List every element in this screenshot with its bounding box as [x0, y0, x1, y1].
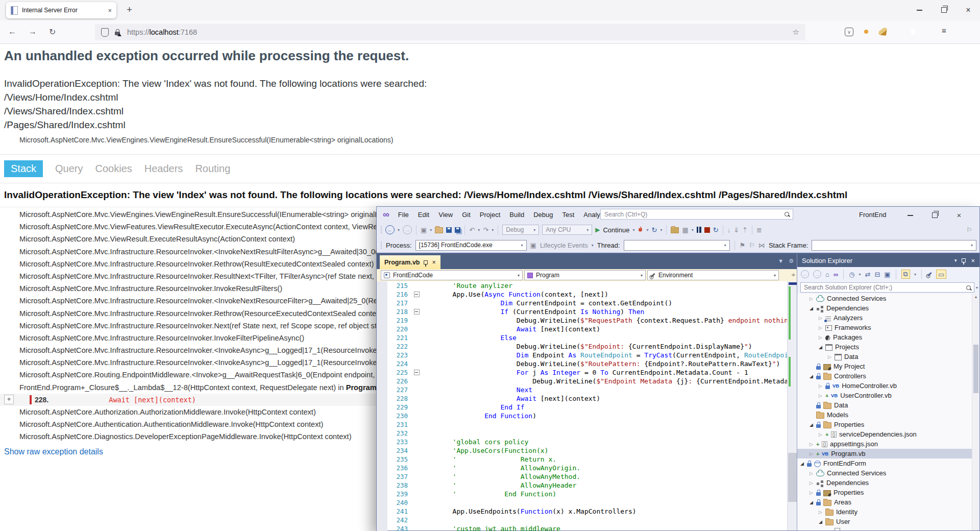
switch-views-icon[interactable]: ∞ [834, 271, 838, 278]
tab-list-dropdown-icon[interactable]: ▼ [778, 258, 783, 264]
toolbar-grip[interactable] [380, 241, 382, 249]
code-line[interactable]: 217Dim CurrentEndpoint = context.GetEndp… [377, 299, 798, 307]
tree-item-connected-services[interactable]: ▷Connected Services [797, 468, 979, 478]
tree-expander-icon[interactable]: ◢ [800, 461, 807, 466]
breakpoint-margin[interactable] [377, 299, 387, 307]
collapse-all-icon[interactable]: ⊟ [874, 271, 880, 278]
project-dropdown[interactable]: FrontEndCode▾ [381, 270, 523, 280]
code-line[interactable]: 237' AllowAnyMethod. [377, 472, 798, 481]
scroll-up-icon[interactable]: ▲ [974, 295, 978, 299]
pin-tab-icon[interactable] [424, 260, 428, 264]
navigate-forward-icon[interactable]: → [403, 225, 412, 234]
code-line[interactable]: 240 [377, 498, 798, 507]
breakpoint-margin[interactable] [377, 290, 387, 299]
breakpoint-margin[interactable] [377, 516, 387, 524]
step-into-icon[interactable]: ↓ [727, 226, 731, 234]
menu-project[interactable]: Project [475, 211, 505, 219]
tree-item-data[interactable]: ▷Data [797, 352, 979, 361]
code-line[interactable]: 231 [377, 420, 798, 429]
menu-view[interactable]: View [434, 211, 457, 219]
tree-item-packages[interactable]: ▷Packages [797, 332, 979, 342]
editor-scrollbar[interactable] [787, 281, 798, 530]
vs-maximize-button[interactable] [926, 211, 943, 219]
tree-item-frameworks[interactable]: ▷Frameworks [797, 323, 979, 332]
tree-item-controllers[interactable]: ◢Controllers [797, 371, 979, 381]
tree-item-homecontroller-vb[interactable]: ▷VBHomeController.vb [797, 381, 979, 391]
tab-routing[interactable]: Routing [195, 160, 230, 177]
class-dropdown[interactable]: Program▾ [524, 270, 646, 280]
tree-item-properties[interactable]: ▷Properties [797, 488, 979, 497]
home-icon[interactable]: ⌂ [825, 271, 829, 278]
tree-item-servicedependencies-json[interactable]: ▷+{}serviceDependencies.json [797, 429, 979, 439]
menu-file[interactable]: File [394, 211, 413, 219]
tree-item-frontendform[interactable]: ◢FrontEndForm [797, 458, 979, 468]
code-line[interactable]: 242 [377, 516, 798, 524]
breakpoint-margin[interactable] [377, 333, 387, 342]
tree-item-partial[interactable] [797, 526, 979, 530]
tree-expander-icon[interactable]: ◢ [810, 306, 816, 311]
tab-stack[interactable]: Stack [4, 160, 43, 177]
tree-expander-icon[interactable]: ◢ [819, 519, 825, 524]
vs-search-box[interactable]: Search (Ctrl+Q) [600, 209, 793, 220]
code-line[interactable]: 215'Route anylizer [377, 281, 798, 290]
close-tab-icon[interactable]: × [432, 259, 435, 266]
breakpoint-margin[interactable] [377, 438, 387, 446]
se-forward-icon[interactable]: → [813, 270, 821, 278]
tree-item-program-vb[interactable]: ▷+VBProgram.vb [797, 449, 979, 458]
se-back-icon[interactable]: ← [801, 270, 809, 278]
code-line[interactable]: 218If (CurrentEndpoint Is Nothing) Then [377, 307, 798, 316]
stop-debugging-icon[interactable] [704, 227, 710, 233]
breakpoint-margin[interactable] [377, 490, 387, 498]
code-line[interactable]: 238' AllowAnyHeader [377, 481, 798, 490]
new-project-icon[interactable]: ▣ [421, 226, 427, 234]
lock-warning-icon[interactable] [115, 32, 120, 35]
tracking-shield-icon[interactable] [101, 28, 109, 37]
scope-icon[interactable]: ▣ [884, 271, 890, 278]
tree-item-appsettings-json[interactable]: ▷+{}appsettings.json [797, 439, 979, 449]
cleaner-extension-icon[interactable] [878, 27, 887, 36]
tree-expander-icon[interactable]: ◢ [810, 374, 816, 379]
save-icon[interactable] [446, 227, 452, 233]
tree-item-identity[interactable]: ▷Identity [797, 507, 979, 517]
vs-close-button[interactable]: × [951, 211, 967, 220]
code-line[interactable]: 228Await [next](context) [377, 394, 798, 403]
breakpoints-icon[interactable]: ≣ [756, 226, 762, 234]
show-raw-exception-link[interactable]: Show raw exception details [4, 447, 103, 456]
tree-expander-icon[interactable]: ▷ [819, 432, 825, 437]
window-layout-icon[interactable]: ▦ [682, 226, 688, 234]
menu-hamburger-icon[interactable]: ≡ [942, 26, 946, 35]
restart-debugging-icon[interactable]: ↻ [713, 226, 719, 234]
process-dropdown[interactable]: [15736] FrontEndCode.exe▾ [415, 240, 527, 251]
tree-item-usercontroller-vb[interactable]: ▷+VBUserController.vb [797, 391, 979, 400]
tree-expander-icon[interactable]: ▷ [810, 480, 816, 486]
lifecycle-events-button[interactable]: Lifecycle Events [540, 242, 588, 249]
step-out-icon[interactable]: ⇡ [742, 226, 748, 234]
hot-reload-flame-icon[interactable] [638, 226, 643, 233]
browser-close-button[interactable]: × [961, 6, 976, 15]
code-line[interactable]: 221Else [377, 333, 798, 342]
tree-expander-icon[interactable]: ▷ [819, 393, 825, 398]
tree-scrollbar[interactable]: ▲ [972, 294, 979, 530]
forward-icon[interactable]: → [29, 27, 37, 36]
sync-with-active-document-icon[interactable]: ⇄ [865, 271, 871, 278]
breakpoint-margin[interactable] [377, 385, 387, 394]
breakpoint-margin[interactable] [377, 498, 387, 507]
tree-expander-icon[interactable]: ▷ [828, 354, 835, 359]
restart-icon[interactable]: ↻ [651, 226, 657, 234]
flag-outline-icon[interactable]: ⚐ [749, 242, 755, 249]
break-all-icon[interactable] [697, 227, 701, 233]
fold-collapse-icon[interactable] [414, 309, 420, 315]
breakpoint-margin[interactable] [377, 394, 387, 403]
breakpoint-margin[interactable] [377, 481, 387, 490]
code-area[interactable]: 215'Route anylizer216App.Use(Async Funct… [377, 281, 798, 530]
show-all-files-toggle[interactable]: ⧉ [901, 270, 910, 279]
breakpoint-margin[interactable] [377, 403, 387, 412]
undo-icon[interactable]: ↶ [469, 226, 475, 234]
navigate-back-icon[interactable]: ← [385, 225, 395, 234]
menu-debug[interactable]: Debug [529, 211, 557, 219]
code-line[interactable]: 234'App.UseCors(Function(x) [377, 446, 798, 455]
tab-headers[interactable]: Headers [144, 160, 183, 177]
new-tab-button[interactable]: + [127, 4, 132, 15]
tree-item-dependencies[interactable]: ▷Dependencies [797, 478, 979, 488]
properties-wrench-icon[interactable] [927, 272, 932, 276]
